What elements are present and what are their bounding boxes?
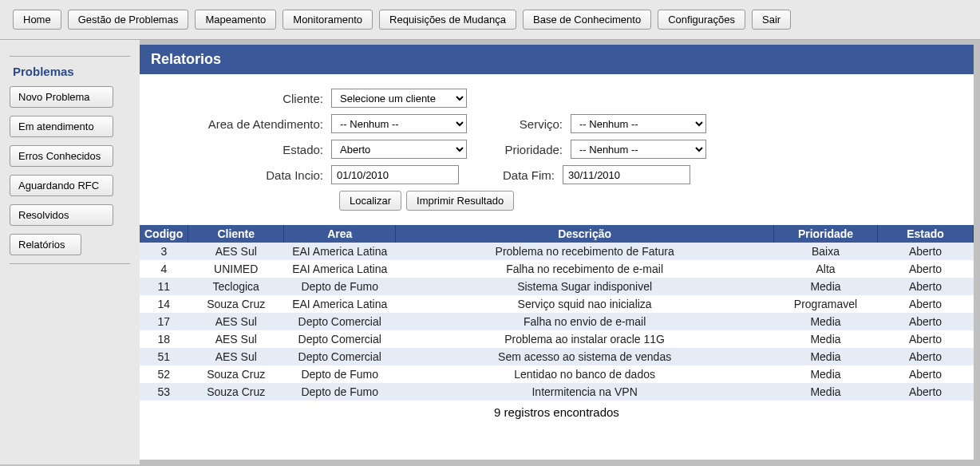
table-row[interactable]: 18AES SulDepto ComercialProblema ao inst… [140, 330, 974, 348]
cell-prioridade: Media [774, 348, 878, 365]
cell-area: Depto Comercial [284, 348, 396, 365]
sidebar-novo-problema[interactable]: Novo Problema [10, 86, 113, 108]
cell-descricao: Problema no recebimento de Fatura [396, 243, 774, 260]
nav-monitoramento[interactable]: Monitoramento [283, 10, 373, 30]
estado-select[interactable]: Aberto [331, 140, 467, 159]
cell-codigo: 18 [140, 330, 188, 348]
cell-descricao: Sistema Sugar indisponivel [396, 278, 774, 295]
table-row[interactable]: 51AES SulDepto ComercialSem acesso ao si… [140, 348, 974, 365]
sidebar: Problemas Novo Problema Em atendimento E… [0, 40, 140, 464]
imprimir-button[interactable]: Imprimir Resultado [406, 191, 514, 211]
table-header-row: Codigo Cliente Area Descrição Prioridade… [140, 225, 974, 243]
sidebar-title: Problemas [10, 56, 130, 86]
sidebar-aguardando-rfc[interactable]: Aguardando RFC [10, 175, 113, 196]
cell-cliente: AES Sul [188, 348, 284, 365]
cell-prioridade: Baixa [774, 243, 878, 260]
cell-estado: Aberto [878, 278, 974, 295]
cell-descricao: Intermitencia na VPN [396, 383, 774, 401]
cell-prioridade: Media [774, 278, 878, 295]
nav-base-conhecimento[interactable]: Base de Conhecimento [523, 10, 651, 30]
cell-estado: Aberto [878, 243, 974, 260]
cell-codigo: 53 [140, 383, 188, 401]
nav-home[interactable]: Home [13, 10, 61, 30]
cell-codigo: 4 [140, 260, 188, 278]
nav-mapeamento[interactable]: Mapeamento [195, 10, 276, 30]
cell-area: Depto de Fumo [284, 278, 396, 295]
th-area: Area [284, 225, 396, 243]
result-count: 9 registros encontrados [140, 401, 974, 424]
cell-descricao: Sem acesso ao sistema de vendas [396, 348, 774, 365]
cell-cliente: UNIMED [188, 260, 284, 278]
servico-label: Serviço: [467, 117, 571, 131]
cell-prioridade: Programavel [774, 295, 878, 313]
cell-codigo: 51 [140, 348, 188, 365]
cell-cliente: AES Sul [188, 330, 284, 348]
data-inicio-input[interactable] [331, 165, 459, 184]
sidebar-resolvidos[interactable]: Resolvidos [10, 204, 113, 226]
table-row[interactable]: 17AES SulDepto ComercialFalha no envio d… [140, 313, 974, 330]
prioridade-label: Prioridade: [467, 143, 571, 156]
cell-estado: Aberto [878, 383, 974, 401]
table-row[interactable]: 52Souza CruzDepto de FumoLentidao no ban… [140, 365, 974, 383]
servico-select[interactable]: -- Nenhum -- [571, 114, 706, 133]
top-nav: Home Gestão de Problemas Mapeamento Moni… [0, 0, 980, 40]
nav-configuracoes[interactable]: Configurações [658, 10, 745, 30]
cell-estado: Aberto [878, 260, 974, 278]
cell-descricao: Falha no recebimento de e-mail [396, 260, 774, 278]
cell-area: Depto Comercial [284, 313, 396, 330]
table-row[interactable]: 11TeclogicaDepto de FumoSistema Sugar in… [140, 278, 974, 295]
sidebar-divider [10, 263, 130, 264]
main-wrap: Problemas Novo Problema Em atendimento E… [0, 40, 980, 464]
content-panel: Relatorios Cliente: Selecione um cliente… [140, 45, 974, 460]
data-fim-input[interactable] [563, 165, 690, 184]
cell-descricao: Problema ao instalar oracle 11G [396, 330, 774, 348]
th-estado: Estado [878, 225, 974, 243]
table-row[interactable]: 4UNIMEDEAI America LatinaFalha no recebi… [140, 260, 974, 278]
cell-prioridade: Media [774, 313, 878, 330]
cell-estado: Aberto [878, 348, 974, 365]
table-row[interactable]: 3AES SulEAI America LatinaProblema no re… [140, 243, 974, 260]
results-table: Codigo Cliente Area Descrição Prioridade… [140, 225, 974, 401]
localizar-button[interactable]: Localizar [339, 191, 401, 211]
cell-cliente: Souza Cruz [188, 365, 284, 383]
cell-area: EAI America Latina [284, 295, 396, 313]
nav-gestao-problemas[interactable]: Gestão de Problemas [68, 10, 189, 30]
sidebar-em-atendimento[interactable]: Em atendimento [10, 116, 113, 137]
cell-cliente: AES Sul [188, 243, 284, 260]
th-prioridade: Prioridade [774, 225, 878, 243]
cliente-select[interactable]: Selecione um cliente [331, 89, 467, 108]
sidebar-relatorios[interactable]: Relatórios [10, 234, 81, 255]
cell-area: EAI America Latina [284, 243, 396, 260]
estado-label: Estado: [140, 143, 331, 156]
cell-estado: Aberto [878, 365, 974, 383]
cell-area: Depto Comercial [284, 330, 396, 348]
cell-codigo: 3 [140, 243, 188, 260]
cell-area: EAI America Latina [284, 260, 396, 278]
cell-prioridade: Media [774, 330, 878, 348]
cell-descricao: Falha no envio de e-mail [396, 313, 774, 330]
cell-prioridade: Media [774, 383, 878, 401]
cell-cliente: Souza Cruz [188, 295, 284, 313]
th-descricao: Descrição [396, 225, 774, 243]
cell-estado: Aberto [878, 330, 974, 348]
cell-prioridade: Media [774, 365, 878, 383]
cell-codigo: 14 [140, 295, 188, 313]
table-row[interactable]: 14Souza CruzEAI America LatinaServiço sq… [140, 295, 974, 313]
filter-form: Cliente: Selecione um cliente Area de At… [140, 74, 974, 220]
nav-sair[interactable]: Sair [752, 10, 791, 30]
cell-estado: Aberto [878, 313, 974, 330]
nav-requisicoes[interactable]: Requisições de Mudança [379, 10, 516, 30]
cell-cliente: Souza Cruz [188, 383, 284, 401]
prioridade-select[interactable]: -- Nenhum -- [571, 140, 706, 159]
table-row[interactable]: 53Souza CruzDepto de FumoIntermitencia n… [140, 383, 974, 401]
area-select[interactable]: -- Nenhum -- [331, 114, 467, 133]
data-inicio-label: Data Incio: [140, 168, 331, 182]
cell-codigo: 11 [140, 278, 188, 295]
cell-cliente: Teclogica [188, 278, 284, 295]
th-cliente: Cliente [188, 225, 284, 243]
cell-codigo: 52 [140, 365, 188, 383]
data-fim-label: Data Fim: [459, 168, 563, 182]
sidebar-erros-conhecidos[interactable]: Erros Conhecidos [10, 145, 113, 167]
area-label: Area de Atendimento: [140, 117, 331, 131]
cell-descricao: Serviço squid nao inicializa [396, 295, 774, 313]
